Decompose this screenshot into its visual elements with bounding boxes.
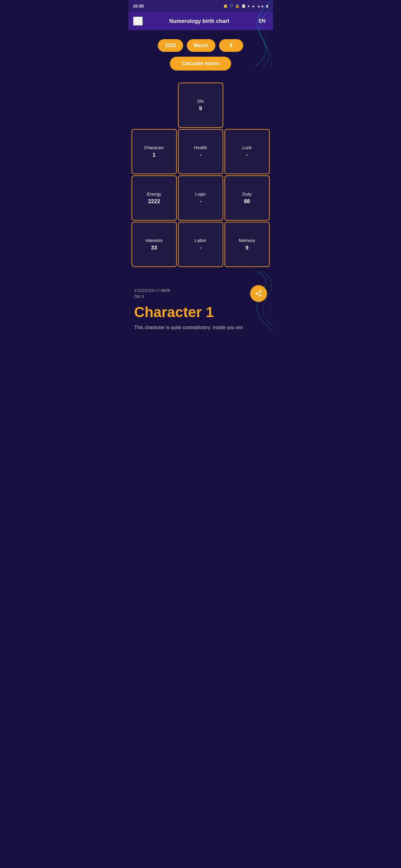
interests-cell[interactable]: Interests 33 xyxy=(132,222,177,267)
character-label: Character xyxy=(144,145,164,150)
battery-icon: ▮ xyxy=(266,4,268,8)
dn-cell[interactable]: DN 9 xyxy=(178,83,223,128)
day-button[interactable]: 8 xyxy=(219,39,243,52)
luck-value: - xyxy=(246,152,248,158)
health-value: - xyxy=(200,152,202,158)
file-icon: 📋 xyxy=(241,4,246,8)
dot-icon: ● xyxy=(248,4,250,8)
menu-button[interactable]: ☰ xyxy=(133,17,143,26)
year-button[interactable]: 2023 xyxy=(158,39,183,52)
character-cell[interactable]: Character 1 xyxy=(132,129,177,174)
status-icons: 🔔 🛡 🔒 📋 ● ▲ ▲▲ ▮ xyxy=(223,4,268,8)
energy-label: Energy xyxy=(147,191,162,196)
wifi-icon: ▲ xyxy=(252,4,255,8)
labor-cell[interactable]: Labor - xyxy=(178,222,223,267)
health-label: Health xyxy=(194,145,207,150)
matrix-row-3: Interests 33 Labor - Memory 9 xyxy=(132,222,270,267)
matrix-grid: DN 9 Character 1 Health - Luck - xyxy=(134,83,267,267)
luck-label: Luck xyxy=(242,145,252,150)
result-title: Character 1 xyxy=(134,304,267,320)
calculate-button[interactable]: Calculate matrix xyxy=(170,57,231,70)
labor-value: - xyxy=(200,245,202,251)
notification-icon: 🔔 xyxy=(223,4,228,8)
duty-cell[interactable]: Duty 88 xyxy=(225,176,270,221)
logic-cell[interactable]: Logic - xyxy=(178,176,223,221)
interests-label: Interests xyxy=(145,238,163,243)
matrix-row-2: Energy 2222 Logic - Duty 88 xyxy=(132,176,270,221)
logic-value: - xyxy=(200,198,202,205)
interests-value: 33 xyxy=(151,245,157,251)
language-button[interactable]: EN xyxy=(256,19,268,24)
vpn-icon: 🔒 xyxy=(235,4,239,8)
status-bar: 10:35 🔔 🛡 🔒 📋 ● ▲ ▲▲ ▮ xyxy=(128,0,273,12)
matrix-row-1: Character 1 Health - Luck - xyxy=(132,129,270,174)
labor-label: Labor xyxy=(195,238,206,243)
month-button[interactable]: March xyxy=(187,39,216,52)
duty-value: 88 xyxy=(244,198,250,205)
share-button[interactable] xyxy=(250,285,267,302)
matrix-top-row: DN 9 xyxy=(178,83,223,128)
energy-cell[interactable]: Energy 2222 xyxy=(132,176,177,221)
formula-text: 1/2222/33/-/-/-/88/9 xyxy=(134,288,267,293)
dn-label: DN xyxy=(197,98,204,104)
status-time: 10:35 xyxy=(133,4,144,8)
memory-label: Memory xyxy=(239,238,255,243)
shield-icon: 🛡 xyxy=(230,4,233,8)
share-icon xyxy=(255,290,262,297)
memory-value: 9 xyxy=(245,245,248,251)
logic-label: Logic xyxy=(195,191,206,196)
dn-value: 9 xyxy=(199,105,202,112)
duty-label: Duty xyxy=(242,191,252,196)
signal-icon: ▲▲ xyxy=(257,4,264,8)
result-description: This character is quite contradictory. I… xyxy=(134,324,267,331)
health-cell[interactable]: Health - xyxy=(178,129,223,174)
energy-value: 2222 xyxy=(148,198,160,205)
dn-result-text: DN 9 xyxy=(134,294,267,299)
app-header: ☰ Numerology birth chart EN xyxy=(128,12,273,30)
luck-cell[interactable]: Luck - xyxy=(225,129,270,174)
memory-cell[interactable]: Memory 9 xyxy=(225,222,270,267)
header-title: Numerology birth chart xyxy=(143,18,256,24)
character-value: 1 xyxy=(152,152,155,158)
bottom-info: 1/2222/33/-/-/-/88/9 DN 9 Character 1 Th… xyxy=(128,282,273,331)
main-content: 2023 March 8 Calculate matrix DN 9 Chara… xyxy=(128,30,273,282)
date-selector: 2023 March 8 xyxy=(134,39,267,52)
